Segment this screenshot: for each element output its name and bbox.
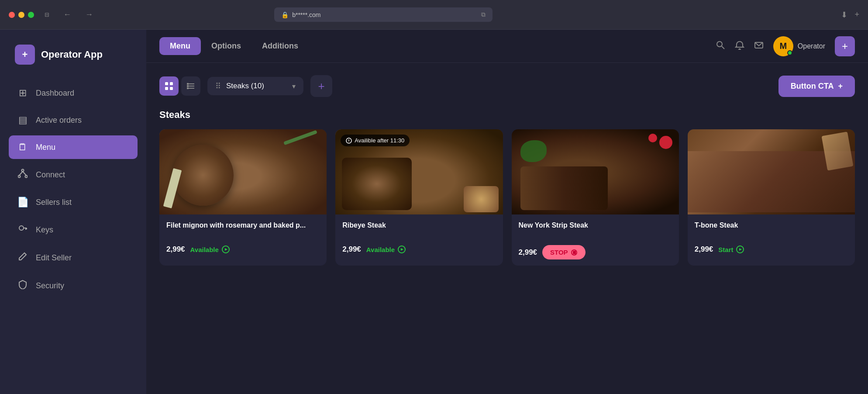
- svg-rect-21: [187, 85, 189, 87]
- card-title-ny-strip: New York Strip Steak: [519, 221, 672, 240]
- card-image-filet-mignon: [159, 129, 327, 214]
- card-footer-t-bone: 2,99€ Start: [695, 245, 848, 254]
- new-tab-icon[interactable]: +: [854, 10, 859, 19]
- user-info: M Operator: [773, 36, 825, 56]
- app-container: + Operator App ⊞ Dashboard ▤ Active orde…: [0, 30, 868, 394]
- svg-point-9: [717, 41, 722, 47]
- address-bar[interactable]: 🔒 b*****.com ⧉: [274, 7, 493, 22]
- card-image-t-bone: [688, 129, 855, 214]
- card-footer-ny-strip: 2,99€ STOP: [519, 245, 672, 259]
- top-add-button[interactable]: +: [835, 36, 855, 56]
- badge-label: Availible after 11:30: [355, 137, 404, 144]
- sidebar-item-sellers-list[interactable]: 📄 Sellers list: [9, 190, 138, 214]
- download-icon[interactable]: ⬇: [841, 10, 847, 20]
- sidebar-logo-button[interactable]: +: [15, 45, 35, 65]
- sidebar-item-edit-seller[interactable]: Edit Seller: [9, 245, 138, 270]
- user-name: Operator: [798, 42, 825, 50]
- traffic-lights: [9, 12, 34, 18]
- connect-label: Connect: [36, 170, 65, 180]
- status-label: Available: [190, 246, 219, 253]
- tab-additions[interactable]: Additions: [251, 37, 309, 55]
- card-body-ny-strip: New York Strip Steak 2,99€ STOP: [512, 214, 679, 266]
- forward-button[interactable]: →: [82, 8, 96, 21]
- svg-rect-13: [165, 82, 168, 85]
- svg-marker-29: [401, 248, 403, 251]
- add-item-button[interactable]: +: [310, 75, 332, 97]
- dashboard-label: Dashboard: [36, 89, 74, 98]
- card-body-t-bone: T-bone Steak 2,99€ Start: [688, 214, 855, 260]
- svg-marker-34: [739, 248, 742, 251]
- card-footer-ribeye: 2,99€ Available: [342, 245, 496, 254]
- card-t-bone: T-bone Steak 2,99€ Start: [688, 129, 855, 266]
- svg-rect-16: [170, 87, 173, 90]
- back-button[interactable]: ←: [60, 8, 75, 21]
- cta-button[interactable]: Button CTA +: [778, 76, 855, 97]
- online-indicator: [787, 50, 792, 55]
- status-available-filet-mignon[interactable]: Available: [190, 245, 230, 254]
- chrome-right-icons: ⬇ +: [841, 10, 859, 20]
- sidebar: + Operator App ⊞ Dashboard ▤ Active orde…: [0, 30, 146, 394]
- sidebar-item-connect[interactable]: Connect: [9, 162, 138, 187]
- svg-marker-24: [225, 248, 227, 251]
- svg-point-0: [22, 169, 24, 172]
- svg-point-5: [19, 226, 24, 230]
- menu-label: Menu: [36, 143, 55, 152]
- keys-icon: [17, 224, 29, 236]
- category-label: Steaks (10): [226, 82, 287, 90]
- svg-rect-31: [573, 251, 574, 254]
- mail-icon[interactable]: [754, 40, 764, 52]
- card-price-filet-mignon: 2,99€: [166, 245, 185, 254]
- grid-dots-icon: ⠿: [215, 81, 221, 91]
- card-footer-filet-mignon: 2,99€ Available: [166, 245, 320, 254]
- card-badge-ribeye: Availible after 11:30: [341, 135, 410, 146]
- search-icon[interactable]: [716, 40, 725, 52]
- active-orders-label: Active orders: [36, 116, 82, 125]
- card-title-t-bone: T-bone Steak: [695, 221, 848, 240]
- svg-line-4: [23, 172, 26, 176]
- tab-options[interactable]: Options: [201, 37, 251, 55]
- sidebar-item-menu[interactable]: 🗒 Menu: [9, 135, 138, 159]
- card-title-filet-mignon: Filet mignon with rosemary and baked p..…: [166, 221, 320, 240]
- top-nav-right: M Operator +: [716, 36, 855, 56]
- security-label: Security: [36, 281, 64, 290]
- card-price-ribeye: 2,99€: [342, 245, 361, 254]
- category-dropdown[interactable]: ⠿ Steaks (10) ▾: [207, 77, 303, 95]
- sidebar-item-active-orders[interactable]: ▤ Active orders: [9, 108, 138, 132]
- card-price-t-bone: 2,99€: [695, 245, 713, 254]
- grid-view-button[interactable]: [159, 76, 179, 96]
- card-filet-mignon: Filet mignon with rosemary and baked p..…: [159, 129, 327, 266]
- chevron-down-icon: ▾: [292, 82, 296, 90]
- close-button[interactable]: [9, 12, 15, 18]
- sidebar-item-security[interactable]: Security: [9, 273, 138, 298]
- start-label: Start: [718, 246, 733, 253]
- card-image-ribeye: Availible after 11:30: [335, 129, 503, 214]
- active-orders-icon: ▤: [17, 114, 29, 126]
- sellers-list-icon: 📄: [17, 197, 29, 208]
- top-nav: Menu Options Additions: [146, 30, 868, 63]
- svg-rect-15: [165, 87, 168, 90]
- svg-point-2: [25, 176, 28, 178]
- cta-plus-icon: +: [838, 82, 843, 91]
- edit-seller-label: Edit Seller: [36, 253, 72, 263]
- sidebar-item-dashboard[interactable]: ⊞ Dashboard: [9, 81, 138, 105]
- list-view-button[interactable]: [181, 76, 200, 96]
- section-title: Steaks: [159, 109, 855, 121]
- sidebar-toggle-button[interactable]: ⊟: [41, 10, 53, 20]
- maximize-button[interactable]: [28, 12, 34, 18]
- status-start-t-bone[interactable]: Start: [718, 245, 744, 254]
- status-available-ribeye[interactable]: Available: [366, 245, 406, 254]
- sidebar-title: Operator App: [41, 49, 103, 60]
- sidebar-header: + Operator App: [9, 40, 138, 69]
- keys-label: Keys: [36, 225, 53, 235]
- card-body-ribeye: Ribeye Steak 2,99€ Available: [335, 214, 503, 260]
- svg-line-3: [19, 172, 23, 176]
- minimize-button[interactable]: [18, 12, 24, 18]
- bell-icon[interactable]: [735, 40, 744, 52]
- stop-button[interactable]: STOP: [542, 245, 586, 259]
- connect-icon: [17, 169, 29, 181]
- tab-menu[interactable]: Menu: [159, 37, 201, 55]
- sidebar-item-keys[interactable]: Keys: [9, 218, 138, 242]
- status-label: Available: [366, 246, 395, 253]
- content-area: ⠿ Steaks (10) ▾ + Button CTA + Steaks: [146, 63, 868, 394]
- card-ny-strip: New York Strip Steak 2,99€ STOP: [512, 129, 679, 266]
